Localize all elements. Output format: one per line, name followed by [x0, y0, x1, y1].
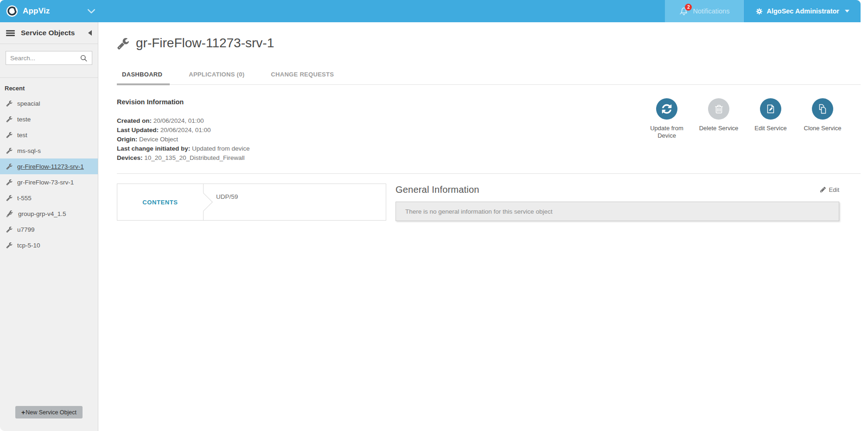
sidebar-item-u7799[interactable]: u7799	[0, 222, 98, 237]
edit-general-info-button[interactable]: Edit	[820, 186, 839, 193]
contents-panel: CONTENTS UDP/59	[117, 184, 386, 221]
bell-icon: 2	[679, 6, 689, 16]
top-bar-right: 2 Notifications AlgoSec Administrator	[665, 0, 861, 22]
sidebar-item-ms-sql-s[interactable]: ms-sql-s	[0, 143, 98, 158]
recent-section-label: Recent	[0, 78, 98, 95]
collapse-sidebar-icon[interactable]	[88, 30, 92, 36]
contents-label-cell: CONTENTS	[117, 184, 204, 220]
trash-icon	[714, 104, 724, 114]
edit-document-icon	[765, 103, 776, 114]
clone-icon	[817, 103, 828, 114]
revision-field-created-on: Created on 20/06/2024, 01:00	[117, 116, 250, 126]
user-menu-button[interactable]: AlgoSec Administrator	[744, 0, 861, 22]
notifications-button[interactable]: 2 Notifications	[665, 0, 743, 22]
appviz-app: AppViz 2 Notifications AlgoSec Administr…	[0, 0, 868, 431]
revision-field-devices: Devices 10_20_135_20_Distributed_Firewal…	[117, 153, 250, 163]
pencil-icon	[820, 186, 826, 193]
notifications-label: Notifications	[693, 7, 729, 15]
wrench-icon	[6, 116, 13, 122]
wrench-icon	[6, 100, 13, 107]
service-actions: Update from Device Delete Service Edit S…	[643, 98, 861, 163]
sidebar-item-teste[interactable]: teste	[0, 111, 98, 127]
sidebar-item-speacial[interactable]: speacial	[0, 95, 98, 111]
sidebar-header: Service Objects	[0, 22, 98, 44]
gear-icon	[756, 8, 763, 15]
service-wrench-icon	[117, 37, 129, 50]
general-info-empty-box: There is no general information for this…	[396, 202, 839, 221]
wrench-icon	[6, 132, 13, 138]
user-menu-label: AlgoSec Administrator	[766, 7, 839, 15]
revision-information-section: Revision Information Created on 20/06/20…	[117, 98, 250, 163]
clone-service-button[interactable]: Clone Service	[798, 98, 847, 163]
app-switcher-chevron-icon[interactable]	[86, 6, 96, 16]
top-bar: AppViz 2 Notifications AlgoSec Administr…	[0, 0, 861, 22]
app-brand: AppViz	[0, 0, 50, 22]
sidebar-item-gr-fireflow-11273-srv-1[interactable]: gr-FireFlow-11273-srv-1	[0, 158, 98, 174]
search-icon[interactable]	[80, 54, 88, 62]
revision-field-last-updated: Last Updated 20/06/2024, 01:00	[117, 126, 250, 135]
wrench-icon	[6, 226, 13, 233]
general-information-section: General Information Edit There is no gen…	[396, 184, 839, 221]
wrench-icon	[6, 147, 13, 154]
tab-dashboard[interactable]: DASHBOARD	[122, 71, 162, 84]
wrench-group-icon	[6, 210, 13, 217]
general-information-heading: General Information	[396, 184, 479, 195]
wrench-icon	[6, 195, 13, 201]
wrench-icon	[6, 179, 13, 185]
wrench-icon	[6, 242, 13, 248]
delete-service-button[interactable]: Delete Service	[695, 98, 743, 163]
sync-icon	[661, 103, 672, 114]
sidebar-item-gr-fireflow-73-srv-1[interactable]: gr-FireFlow-73-srv-1	[0, 174, 98, 190]
tab-change-requests[interactable]: CHANGE REQUESTS	[271, 71, 334, 84]
app-name: AppViz	[23, 6, 50, 16]
section-divider	[117, 173, 861, 174]
revision-heading: Revision Information	[117, 98, 250, 106]
contents-label: CONTENTS	[142, 199, 178, 206]
wrench-icon	[6, 163, 13, 170]
sidebar-item-t-555[interactable]: t-555	[0, 190, 98, 206]
menu-icon[interactable]	[6, 30, 15, 36]
tab-bar: DASHBOARD APPLICATIONS (0) CHANGE REQUES…	[117, 71, 861, 85]
sidebar-item-group-grp-v4-1-5[interactable]: group-grp-v4_1.5	[0, 206, 98, 222]
sidebar-item-test[interactable]: test	[0, 127, 98, 143]
revision-field-last-change: Last change initiated by Updated from de…	[117, 144, 250, 153]
main-content: gr-FireFlow-11273-srv-1 DASHBOARD APPLIC…	[99, 22, 861, 431]
new-service-object-button[interactable]: New Service Object	[15, 406, 83, 418]
update-from-device-button[interactable]: Update from Device	[643, 98, 691, 163]
tab-applications[interactable]: APPLICATIONS (0)	[189, 71, 244, 84]
search-input[interactable]	[6, 51, 92, 65]
edit-service-button[interactable]: Edit Service	[747, 98, 795, 163]
page-title: gr-FireFlow-11273-srv-1	[136, 36, 274, 51]
sidebar: Service Objects Recent speacial teste te…	[0, 22, 98, 431]
recent-list: speacial teste test ms-sql-s gr-FireFlow…	[0, 95, 98, 253]
general-empty-message: There is no general information for this…	[405, 208, 552, 215]
sidebar-title: Service Objects	[21, 29, 75, 37]
sidebar-item-tcp-5-10[interactable]: tcp-5-10	[0, 237, 98, 253]
caret-down-icon	[845, 10, 849, 13]
algosec-logo-icon	[6, 5, 18, 17]
plus-icon	[21, 409, 26, 416]
sidebar-search	[0, 44, 98, 78]
notification-badge: 2	[685, 4, 692, 11]
revision-field-origin: Origin Device Object	[117, 135, 250, 144]
